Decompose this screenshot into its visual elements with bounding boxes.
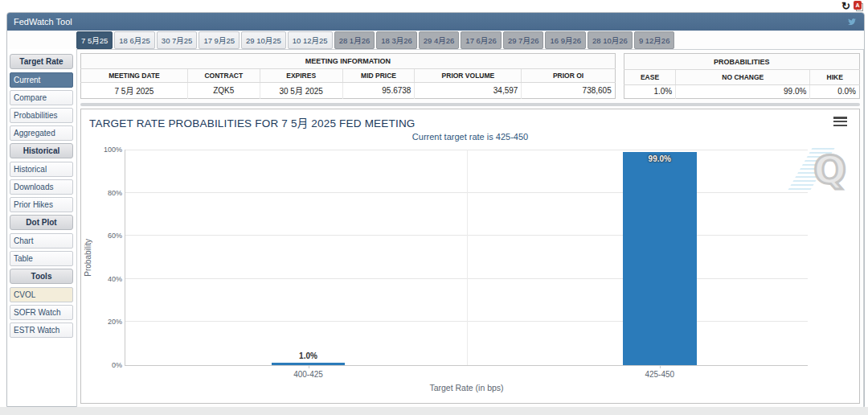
pdf-glyph: A bbox=[854, 1, 862, 10]
col-ease: EASE bbox=[624, 70, 676, 84]
tab-meeting-1[interactable]: 18 6月25 bbox=[114, 31, 155, 49]
sidebar-item-sofr-watch[interactable]: SOFR Watch bbox=[10, 305, 73, 320]
sidebar-item-cvol[interactable]: CVOL bbox=[10, 287, 73, 302]
app-titlebar: FedWatch Tool bbox=[7, 13, 864, 31]
tab-meeting-2[interactable]: 30 7月25 bbox=[157, 31, 198, 49]
col-prior-volume: PRIOR VOLUME bbox=[415, 69, 522, 83]
xtick-400-425: 400-425 bbox=[293, 370, 323, 379]
sidebar-item-downloads[interactable]: Downloads bbox=[10, 179, 73, 195]
tab-meeting-3[interactable]: 17 9月25 bbox=[199, 31, 240, 49]
tab-meeting-0[interactable]: 7 5月25 bbox=[76, 31, 113, 49]
cell-prior-volume: 34,597 bbox=[415, 83, 522, 99]
bar-425-450-value: 99.0% bbox=[649, 154, 671, 163]
col-prior-oi: PRIOR OI bbox=[522, 69, 615, 83]
sidebar-item-chart[interactable]: Chart bbox=[10, 233, 73, 249]
tab-meeting-12[interactable]: 28 10月26 bbox=[588, 31, 633, 49]
meeting-information-table: MEETING INFORMATION MEETING DATE CONTRAC… bbox=[80, 53, 616, 99]
col-contract: CONTRACT bbox=[187, 69, 260, 83]
tab-meeting-10[interactable]: 29 7月26 bbox=[503, 31, 544, 49]
tab-meeting-7[interactable]: 18 3月26 bbox=[376, 31, 417, 49]
col-mid-price: MID PRICE bbox=[342, 69, 415, 83]
col-meeting-date: MEETING DATE bbox=[81, 69, 188, 83]
col-no-change: NO CHANGE bbox=[676, 70, 810, 84]
meeting-table-title: MEETING INFORMATION bbox=[81, 54, 616, 69]
xtick-425-450: 425-450 bbox=[645, 370, 674, 379]
tab-meeting-13[interactable]: 9 12月26 bbox=[634, 31, 675, 49]
chart-context-menu-icon[interactable] bbox=[833, 117, 847, 126]
cell-no-change: 99.0% bbox=[676, 84, 810, 98]
sidebar-item-current[interactable]: Current bbox=[10, 72, 73, 88]
gridline-category-split bbox=[467, 150, 468, 365]
app-title: FedWatch Tool bbox=[14, 17, 72, 27]
col-hike: HIKE bbox=[810, 70, 860, 84]
sidebar-header-dot-plot: Dot Plot bbox=[10, 215, 73, 230]
meeting-table-row: 7 5月 2025 ZQK5 30 5月 2025 95.6738 34,597… bbox=[81, 83, 616, 99]
sidebar-item-table[interactable]: Table bbox=[10, 251, 73, 266]
col-expires: EXPIRES bbox=[260, 69, 342, 83]
sidebar-item-compare[interactable]: Compare bbox=[10, 90, 73, 105]
pdf-export-icon[interactable]: A bbox=[854, 1, 863, 11]
tab-meeting-9[interactable]: 17 6月26 bbox=[461, 31, 502, 49]
xtickmark-400-425 bbox=[309, 365, 309, 368]
sidebar-item-aggregated[interactable]: Aggregated bbox=[10, 125, 73, 141]
cell-expires: 30 5月 2025 bbox=[260, 83, 342, 99]
tab-meeting-11[interactable]: 16 9月26 bbox=[545, 31, 586, 49]
probabilities-table-row: 1.0% 99.0% 0.0% bbox=[624, 84, 859, 98]
plot-area: 0% 20% 40% 60% 80% 100% Probability 1.0%… bbox=[125, 150, 808, 366]
sidebar-header-target-rate: Target Rate bbox=[10, 54, 73, 69]
x-axis-label: Target Rate (in bps) bbox=[125, 383, 808, 392]
refresh-icon[interactable]: ↻ bbox=[841, 1, 850, 11]
tab-meeting-4[interactable]: 29 10月25 bbox=[241, 31, 286, 49]
watermark-q-logo: Q bbox=[813, 146, 846, 193]
cell-hike: 0.0% bbox=[810, 84, 860, 98]
sidebar-header-historical: Historical bbox=[10, 143, 73, 158]
cell-mid-price: 95.6738 bbox=[342, 83, 415, 99]
tab-meeting-5[interactable]: 10 12月25 bbox=[288, 31, 333, 49]
chart-title: TARGET RATE PROBABILITIES FOR 7 5月 2025 … bbox=[89, 114, 416, 130]
tab-meeting-8[interactable]: 29 4月26 bbox=[419, 31, 460, 49]
section-divider bbox=[80, 103, 860, 106]
bar-425-450: 99.0% bbox=[623, 152, 697, 365]
chart-subtitle: Current target rate is 425-450 bbox=[81, 132, 859, 142]
main-panel: MEETING INFORMATION MEETING DATE CONTRAC… bbox=[76, 49, 864, 408]
sidebar-header-tools: Tools bbox=[10, 269, 73, 284]
meeting-date-tabstrip: 7 5月25 18 6月25 30 7月25 17 9月25 29 10月25 … bbox=[7, 31, 864, 49]
sidebar-item-probabilities[interactable]: Probabilities bbox=[10, 108, 73, 123]
info-tables-row: MEETING INFORMATION MEETING DATE CONTRAC… bbox=[77, 50, 863, 101]
twitter-icon[interactable] bbox=[846, 17, 858, 27]
fedwatch-app-card: FedWatch Tool 7 5月25 18 6月25 30 7月25 17 … bbox=[6, 12, 865, 407]
cell-contract: ZQK5 bbox=[187, 83, 260, 99]
cell-ease: 1.0% bbox=[624, 84, 676, 98]
quikstrike-watermark: Q bbox=[803, 146, 848, 195]
tab-meeting-6[interactable]: 28 1月26 bbox=[334, 31, 375, 49]
cell-prior-oi: 738,605 bbox=[522, 83, 615, 99]
y-axis-label: Probability bbox=[84, 150, 92, 365]
sidebar-item-estr-watch[interactable]: ESTR Watch bbox=[10, 323, 73, 338]
xtickmark-425-450 bbox=[660, 365, 661, 368]
browser-mini-toolbar: ↻ A bbox=[841, 1, 863, 11]
bar-400-425-value: 1.0% bbox=[299, 351, 317, 360]
sidebar-item-prior-hikes[interactable]: Prior Hikes bbox=[10, 197, 73, 212]
sidebar-item-historical[interactable]: Historical bbox=[10, 162, 73, 177]
probabilities-table-title: PROBABILITIES bbox=[624, 54, 859, 70]
probability-chart: TARGET RATE PROBABILITIES FOR 7 5月 2025 … bbox=[80, 109, 860, 404]
page-bottom-strip bbox=[0, 407, 868, 415]
sidebar: Target Rate Current Compare Probabilitie… bbox=[7, 49, 76, 408]
probabilities-table: PROBABILITIES EASE NO CHANGE HIKE 1.0% 9… bbox=[624, 53, 860, 99]
cell-meeting-date: 7 5月 2025 bbox=[81, 83, 188, 99]
